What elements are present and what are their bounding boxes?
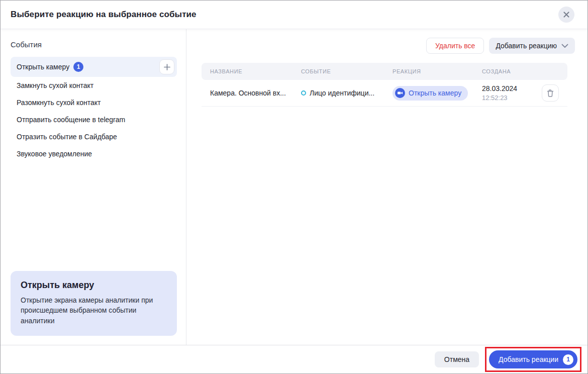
reactions-main-panel: Удалить все Добавить реакцию НАЗВАНИЕ СО…: [186, 29, 587, 345]
sidebar-item-label: Отправить сообщение в telegram: [17, 116, 125, 124]
row-reaction-cell: Открыть камеру: [393, 86, 482, 101]
sidebar-item-label: Разомкнуть сухой контакт: [17, 99, 101, 107]
table-row: Камера. Основной вх... Лицо идентифици..…: [202, 80, 567, 107]
column-header-name: НАЗВАНИЕ: [210, 68, 301, 74]
submit-button-label: Добавить реакции: [499, 355, 558, 363]
modal-footer: Отмена Добавить реакции 1: [1, 345, 587, 373]
chevron-down-icon: [561, 44, 568, 48]
modal-header: Выберите реакцию на выбранное событие: [1, 1, 587, 29]
sidebar-item-open-camera[interactable]: Открыть камеру 1: [11, 57, 177, 77]
actions-row: Удалить все Добавить реакцию: [202, 38, 575, 54]
events-sidebar: События Открыть камеру 1 Замкнуть сухой …: [1, 29, 186, 345]
close-button[interactable]: [558, 7, 574, 23]
sidebar-item-open-dry-contact[interactable]: Разомкнуть сухой контакт: [11, 94, 177, 111]
reaction-select-modal: Выберите реакцию на выбранное событие Со…: [0, 0, 588, 374]
sidebar-item-sound-notification[interactable]: Звуковое уведомление: [11, 145, 177, 162]
trash-icon: [546, 89, 554, 98]
close-icon: [563, 11, 570, 18]
sidebar-item-label: Звуковое уведомление: [17, 150, 92, 158]
column-header-event: СОБЫТИЕ: [301, 68, 393, 74]
info-card-description: Открытие экрана камеры аналитики при про…: [21, 295, 161, 326]
reaction-info-card: Открыть камеру Открытие экрана камеры ан…: [11, 271, 177, 336]
annotation-highlight-rect: Добавить реакции 1: [485, 347, 581, 372]
sidebar-spacer: [11, 162, 177, 271]
submit-count-badge: 1: [563, 354, 573, 365]
info-card-title: Открыть камеру: [21, 280, 167, 291]
reaction-chip-label: Открыть камеру: [409, 89, 461, 97]
column-header-created: СОЗДАНА: [482, 68, 539, 74]
add-reactions-submit-button[interactable]: Добавить реакции 1: [489, 350, 577, 368]
created-date: 28.03.2024: [482, 84, 539, 94]
modal-title: Выберите реакцию на выбранное событие: [11, 10, 197, 20]
created-time: 12:52:23: [482, 94, 539, 103]
row-created-cell: 28.03.2024 12:52:23: [482, 84, 539, 102]
sidebar-item-close-dry-contact[interactable]: Замкнуть сухой контакт: [11, 77, 177, 94]
sidebar-item-send-telegram[interactable]: Отправить сообщение в telegram: [11, 111, 177, 128]
delete-all-button[interactable]: Удалить все: [426, 38, 484, 54]
table-header-row: НАЗВАНИЕ СОБЫТИЕ РЕАКЦИЯ СОЗДАНА: [202, 63, 567, 80]
sidebar-item-label: Открыть камеру: [17, 63, 69, 71]
modal-body: События Открыть камеру 1 Замкнуть сухой …: [1, 29, 587, 345]
selected-count-badge: 1: [73, 62, 83, 72]
plus-icon: [163, 63, 171, 71]
column-header-reaction: РЕАКЦИЯ: [393, 68, 482, 74]
row-event-cell: Лицо идентифици...: [301, 89, 393, 97]
sidebar-item-label: Отразить событие в Сайдбаре: [17, 133, 117, 141]
cancel-button[interactable]: Отмена: [435, 351, 479, 367]
reaction-chip-open-camera[interactable]: Открыть камеру: [393, 86, 468, 101]
add-reaction-dropdown-label: Добавить реакцию: [496, 42, 557, 50]
sidebar-item-show-in-sidebar[interactable]: Отразить событие в Сайдбаре: [11, 128, 177, 145]
add-event-plus-button[interactable]: [159, 59, 174, 74]
sidebar-heading: События: [11, 40, 177, 49]
delete-row-button[interactable]: [542, 84, 559, 102]
row-event-label: Лицо идентифици...: [310, 89, 374, 97]
row-name-cell: Камера. Основной вх...: [210, 89, 301, 97]
reactions-table: НАЗВАНИЕ СОБЫТИЕ РЕАКЦИЯ СОЗДАНА Камера.…: [202, 63, 567, 107]
camera-icon: [395, 88, 405, 98]
add-reaction-dropdown-button[interactable]: Добавить реакцию: [489, 38, 575, 54]
sidebar-item-label: Замкнуть сухой контакт: [17, 81, 93, 89]
event-type-ring-icon: [301, 90, 306, 96]
